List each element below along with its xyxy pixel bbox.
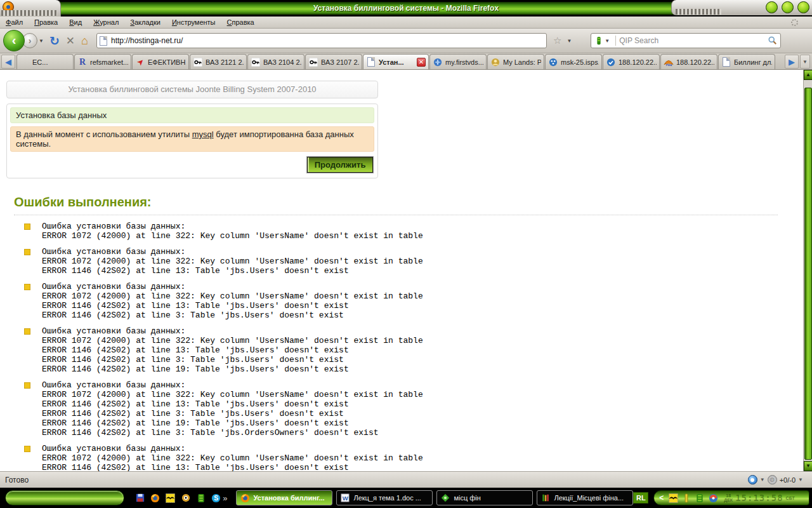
- magnifier-icon[interactable]: [768, 36, 777, 45]
- error-block: Ошибка установки базы данных:ERROR 1072 …: [24, 326, 803, 374]
- search-engine-dropdown-icon[interactable]: ▼: [605, 38, 610, 44]
- bookmark-star-icon[interactable]: ☆: [553, 35, 561, 46]
- extension-dropdown-icon[interactable]: ▼: [760, 477, 765, 483]
- error-line: ERROR 1072 (42000) at line 322: Key colu…: [42, 453, 803, 463]
- error-line: ERROR 1072 (42000) at line 322: Key colu…: [42, 336, 803, 345]
- url-bar[interactable]: http://hostinga-net.ru/: [96, 33, 547, 48]
- installer-header: Установка биллинговой системы Joonte Bil…: [6, 81, 378, 98]
- language-indicator[interactable]: RL: [633, 492, 648, 504]
- error-line: ERROR 1146 (42S02) at line 3: Table 'jbs…: [42, 355, 803, 364]
- floppy-quicklaunch-icon[interactable]: [134, 493, 145, 504]
- bullet-icon: [24, 446, 30, 452]
- search-box[interactable]: ▼ QIP Search: [591, 33, 781, 48]
- home-button[interactable]: ⌂: [81, 34, 88, 48]
- menu-item[interactable]: Правка: [29, 17, 63, 27]
- clock-time: 15:13:58: [735, 493, 783, 503]
- bat-tray-icon[interactable]: [668, 493, 678, 503]
- error-block: Ошибка установки базы данных:ERROR 1072 …: [24, 222, 803, 241]
- tab[interactable]: msk-25.isps...: [545, 54, 602, 69]
- eye-quicklaunch-icon[interactable]: [180, 493, 191, 504]
- divider: [615, 36, 616, 46]
- tab-active[interactable]: Устан...✕: [363, 54, 429, 69]
- counter-dropdown-icon[interactable]: ▼: [798, 477, 803, 483]
- error-line: ERROR 1146 (42S02) at line 3: Table 'jbs…: [42, 311, 803, 320]
- tab[interactable]: ➤ЕФЕКТИВН...: [132, 54, 189, 69]
- continue-button[interactable]: Продолжить: [307, 157, 373, 173]
- scroll-up-button[interactable]: ▲: [804, 70, 812, 80]
- close-button[interactable]: [797, 1, 809, 13]
- scroll-down-button[interactable]: ▼: [804, 461, 812, 471]
- taskbar: S » Установка биллинг...WЛекц_я тема 1.d…: [0, 488, 812, 508]
- tab[interactable]: PMA188.120.22...: [660, 54, 717, 69]
- tab[interactable]: my.firstvds....: [429, 54, 487, 69]
- maximize-button[interactable]: [782, 1, 794, 13]
- reload-button[interactable]: ↻: [49, 34, 60, 48]
- tab[interactable]: Rrefsmarket...: [74, 54, 131, 69]
- quick-launch: S: [134, 493, 221, 504]
- menu-item[interactable]: Закладки: [124, 17, 166, 27]
- tab-close-button[interactable]: ✕: [417, 58, 426, 67]
- tab[interactable]: ВАЗ 2107 2...: [305, 54, 362, 69]
- quick-launch-overflow-button[interactable]: »: [223, 493, 227, 503]
- qip-tray-icon[interactable]: [695, 493, 705, 503]
- firefox-quicklaunch-icon[interactable]: [150, 493, 160, 504]
- bat-quicklaunch-icon[interactable]: [165, 493, 176, 504]
- tab[interactable]: My Lands: P...: [487, 54, 544, 69]
- tab[interactable]: ВАЗ 2104 2...: [247, 54, 304, 69]
- menu-item[interactable]: Журнал: [88, 17, 124, 27]
- menu-item[interactable]: Инструменты: [166, 17, 221, 27]
- qip-search-engine-icon[interactable]: [594, 36, 603, 45]
- vertical-scrollbar[interactable]: ▲ ▼: [803, 70, 812, 471]
- minimize-button[interactable]: [766, 1, 778, 13]
- tab[interactable]: Биллинг дл...: [718, 54, 775, 69]
- errors-heading: Ошибки выполнения:: [14, 195, 803, 210]
- tab[interactable]: 188.120.22...: [603, 54, 660, 69]
- mysql-link[interactable]: mysql: [192, 130, 214, 139]
- menu-item[interactable]: Вид: [63, 17, 88, 27]
- qip-quicklaunch-icon[interactable]: [195, 493, 206, 504]
- task-button[interactable]: WЛекц_я тема 1.doc ...: [336, 490, 433, 505]
- tab[interactable]: ВАЗ 2121 2...: [190, 54, 247, 69]
- scroll-tabs-left-button[interactable]: ◀: [1, 55, 15, 69]
- check-icon: [606, 57, 616, 67]
- sphere-tray-icon[interactable]: [708, 493, 718, 503]
- menu-item[interactable]: Справка: [221, 17, 260, 27]
- error-line: ERROR 1146 (42S02) at line 19: Table 'jb…: [42, 418, 803, 428]
- stop-button[interactable]: ✕: [66, 34, 75, 48]
- navigation-toolbar: ‹ › ▼ ↻ ✕ ⌂ http://hostinga-net.ru/ ☆ ▼ …: [0, 29, 812, 53]
- search-placeholder[interactable]: QIP Search: [619, 36, 768, 45]
- task-button[interactable]: місц фін: [436, 490, 533, 505]
- block-counter: +0/-0: [780, 476, 796, 484]
- dots-icon: [548, 57, 558, 67]
- history-dropdown-icon[interactable]: ▼: [39, 38, 44, 44]
- list-all-tabs-button[interactable]: ▼: [800, 55, 810, 69]
- back-button[interactable]: ‹: [3, 30, 25, 51]
- skype-quicklaunch-icon[interactable]: S: [211, 493, 221, 504]
- scroll-tabs-right-button[interactable]: ▶: [785, 55, 799, 69]
- key-icon: [251, 57, 261, 67]
- error-line: ERROR 1072 (42000) at line 322: Key colu…: [42, 231, 803, 241]
- menu-item[interactable]: Файл: [0, 17, 29, 27]
- scrollbar-thumb[interactable]: [804, 88, 812, 460]
- start-button[interactable]: [5, 490, 124, 505]
- task-button-active[interactable]: Установка биллинг...: [236, 490, 332, 505]
- yellowbar-tray-icon[interactable]: [681, 493, 691, 503]
- installer-step-box: Установка базы данных В данный момент с …: [6, 104, 378, 178]
- extension-balloon-icon[interactable]: [748, 475, 757, 485]
- tab[interactable]: ЕС...: [16, 54, 74, 69]
- task-button[interactable]: Лекції_Місцеві фіна...: [537, 490, 633, 505]
- zipper-decoration: [1, 10, 57, 16]
- zipper-decoration: [676, 9, 721, 15]
- tab-bar: ◀ ЕС...Rrefsmarket...➤ЕФЕКТИВН...ВАЗ 212…: [0, 53, 812, 70]
- globe-icon[interactable]: ◍: [768, 475, 777, 485]
- bookmark-dropdown-icon[interactable]: ▼: [566, 38, 572, 44]
- error-line: ERROR 1146 (42S02) at line 13: Table 'jb…: [42, 301, 803, 311]
- menu-bar: ФайлПравкаВидЖурналЗакладкиИнструментыСп…: [0, 17, 812, 29]
- task-buttons: Установка биллинг...WЛекц_я тема 1.doc .…: [236, 490, 633, 505]
- greenapp-icon: [440, 493, 450, 503]
- error-line: ERROR 1146 (42S02) at line 3: Table 'jbs…: [42, 409, 803, 418]
- svg-text:PMA: PMA: [666, 64, 673, 67]
- tray-collapse-button[interactable]: <: [659, 493, 664, 502]
- tab-label: my.firstvds....: [445, 58, 483, 66]
- url-text[interactable]: http://hostinga-net.ru/: [111, 36, 544, 45]
